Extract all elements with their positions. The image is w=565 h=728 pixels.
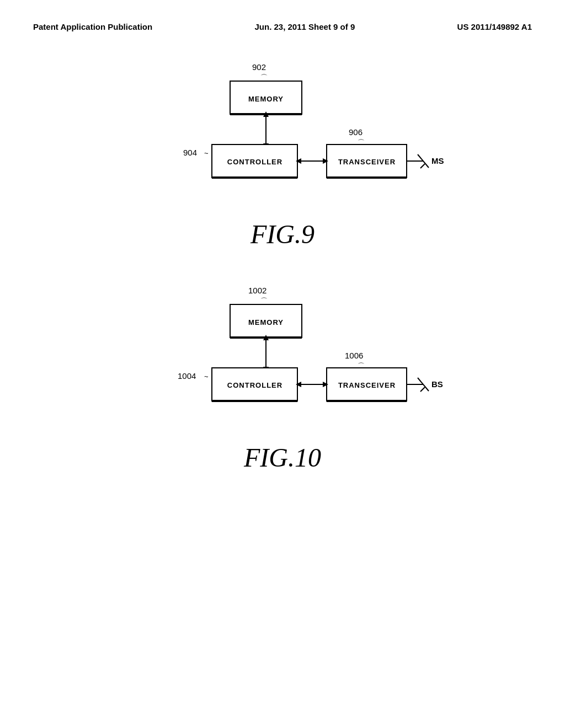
fig9-ref-904: 904 bbox=[183, 148, 197, 157]
fig10-title: FIG.10 bbox=[33, 442, 532, 473]
fig10-ref-1002: 1002 bbox=[248, 286, 266, 295]
fig10-controller-label: CONTROLLER bbox=[227, 381, 282, 389]
header-patent-number: US 2011/149892 A1 bbox=[457, 22, 532, 31]
fig10-bracket-1002: ⌒ bbox=[260, 297, 268, 305]
fig10-memory-label: MEMORY bbox=[248, 318, 284, 326]
fig10-transceiver-label: TRANSCEIVER bbox=[338, 381, 396, 389]
fig10-bs-label: BS bbox=[431, 379, 443, 389]
page: Patent Application Publication Jun. 23, … bbox=[0, 0, 565, 728]
fig10-tilde-1004: ~ bbox=[204, 372, 209, 381]
fig9-ms-crossbar bbox=[420, 164, 425, 168]
fig9-controller-label: CONTROLLER bbox=[227, 158, 282, 166]
fig10-diagram: 1002 ⌒ MEMORY 1004 ~ CONTROLLER 1006 ⌒ T… bbox=[111, 277, 454, 431]
fig10-ref-1004: 1004 bbox=[178, 371, 196, 381]
fig9-ref-906: 906 bbox=[349, 127, 363, 137]
fig9-title: FIG.9 bbox=[33, 219, 532, 249]
header-publication: Patent Application Publication bbox=[33, 22, 152, 31]
header: Patent Application Publication Jun. 23, … bbox=[33, 22, 532, 31]
fig9-tilde-904: ~ bbox=[204, 149, 209, 157]
fig9-ms-label: MS bbox=[431, 156, 444, 165]
fig9-memory-label: MEMORY bbox=[248, 95, 284, 103]
fig10-bs-crossbar bbox=[420, 387, 425, 392]
fig9-ref-902: 902 bbox=[252, 62, 266, 72]
fig9-diagram: 902 ⌒ MEMORY 904 ~ CONTROLLER 906 ⌒ TRAN… bbox=[111, 53, 454, 208]
fig9-transceiver-label: TRANSCEIVER bbox=[338, 158, 396, 166]
fig10-ref-1006: 1006 bbox=[345, 351, 363, 360]
fig9-bracket-902: ⌒ bbox=[260, 73, 268, 82]
header-date-sheet: Jun. 23, 2011 Sheet 9 of 9 bbox=[254, 22, 355, 31]
